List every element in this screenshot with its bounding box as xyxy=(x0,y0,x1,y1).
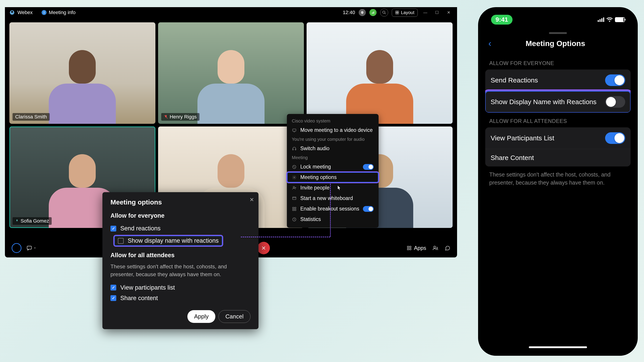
layout-button[interactable]: Layout xyxy=(392,8,418,17)
section-heading: Allow for everyone xyxy=(110,212,250,219)
muted-mic-icon xyxy=(164,115,168,119)
status-time: 9:41 xyxy=(491,15,512,24)
meeting-options-item[interactable]: Meeting options xyxy=(287,172,378,183)
leave-button[interactable] xyxy=(258,242,270,254)
share-content-row[interactable]: Share Content xyxy=(485,149,630,166)
checkbox-checked-icon: ✓ xyxy=(110,285,116,291)
lock-meeting-toggle[interactable] xyxy=(363,164,374,170)
show-display-name-row[interactable]: Show Display Name with Reactions xyxy=(485,91,630,113)
back-button[interactable]: ‹ xyxy=(488,38,491,48)
svg-point-32 xyxy=(434,246,436,248)
participant-name-badge: Henry Riggs xyxy=(161,113,200,121)
svg-rect-21 xyxy=(295,209,296,211)
maximize-button[interactable]: ☐ xyxy=(433,8,441,16)
show-display-name-row: Show display name with reactions xyxy=(110,234,250,248)
mobile-screen: 9:41 ‹ Meeting Options ALLOW FOR EVERYON… xyxy=(482,11,634,352)
network-icon[interactable] xyxy=(370,9,376,16)
apps-icon xyxy=(407,246,412,251)
svg-point-3 xyxy=(382,11,385,13)
participant-tile[interactable] xyxy=(306,22,452,124)
dialog-close-button[interactable]: ✕ xyxy=(250,197,254,203)
participant-name-badge: Sofia Gomez xyxy=(12,217,52,225)
lock-icon xyxy=(292,164,297,169)
cellular-signal-icon xyxy=(598,17,604,22)
svg-rect-12 xyxy=(295,149,296,150)
svg-rect-1 xyxy=(373,12,373,14)
breakout-item[interactable]: Enable breakout sessions xyxy=(287,204,378,214)
minimize-button[interactable]: — xyxy=(421,8,429,16)
apply-button[interactable]: Apply xyxy=(188,310,215,323)
section-caption: These settings don't affect the host, co… xyxy=(482,166,634,191)
whiteboard-item[interactable]: Start a new whiteboard xyxy=(287,193,378,204)
invite-people-item[interactable]: Invite people xyxy=(287,183,378,193)
svg-rect-7 xyxy=(396,13,397,14)
section-header: ALLOW FOR EVERYONE xyxy=(482,55,634,69)
security-icon[interactable] xyxy=(359,9,366,16)
move-to-device-item[interactable]: Move meeting to a video device xyxy=(287,125,378,135)
show-display-name-checkbox-row[interactable]: Show display name with reactions xyxy=(114,236,222,246)
checkbox-checked-icon: ✓ xyxy=(110,226,116,232)
participant-tile[interactable]: Clarissa Smith xyxy=(10,22,156,124)
svg-rect-28 xyxy=(408,246,409,248)
meeting-info-button[interactable]: i Meeting info xyxy=(42,9,76,15)
chat-button[interactable] xyxy=(26,245,36,251)
status-bar: 9:41 xyxy=(482,11,634,28)
statistics-item[interactable]: Statistics xyxy=(287,214,378,225)
menu-note: You're using your computer for audio xyxy=(287,135,378,143)
grid-icon xyxy=(395,10,399,14)
show-display-name-toggle[interactable] xyxy=(605,96,625,108)
breakout-toggle[interactable] xyxy=(363,206,374,212)
more-options-menu: Cisco video system Move meeting to a vid… xyxy=(287,114,378,228)
breakout-icon xyxy=(292,206,297,211)
chevron-down-icon xyxy=(34,247,36,249)
checkbox-unchecked-icon xyxy=(118,238,124,244)
settings-list: View Participants List Share Content xyxy=(485,127,630,166)
send-reactions-checkbox-row[interactable]: ✓ Send reactions xyxy=(110,223,250,234)
view-participants-toggle[interactable] xyxy=(605,132,625,144)
settings-list: Send Reactions Show Display Name with Re… xyxy=(485,69,630,113)
view-participants-checkbox-row[interactable]: ✓ View participants list xyxy=(110,283,250,293)
lock-meeting-item[interactable]: Lock meeting xyxy=(287,162,378,172)
search-button[interactable] xyxy=(380,8,388,16)
svg-line-4 xyxy=(384,13,386,14)
participants-button[interactable] xyxy=(432,245,438,251)
svg-point-15 xyxy=(293,186,295,188)
menu-section-heading: Cisco video system xyxy=(287,117,378,125)
switch-audio-item[interactable]: Switch audio xyxy=(287,143,378,154)
send-reactions-row[interactable]: Send Reactions xyxy=(485,69,630,91)
section-heading: Allow for all attendees xyxy=(110,252,250,259)
close-button[interactable]: ✕ xyxy=(444,8,452,16)
participant-name-badge: Clarissa Smith xyxy=(12,113,50,121)
svg-rect-19 xyxy=(295,207,296,209)
home-indicator[interactable] xyxy=(529,346,587,348)
participant-tile[interactable]: Henry Riggs xyxy=(158,22,304,124)
clock: 12:40 xyxy=(343,9,355,15)
svg-rect-9 xyxy=(293,129,296,131)
svg-rect-0 xyxy=(372,13,372,14)
send-reactions-toggle[interactable] xyxy=(605,74,625,86)
battery-icon xyxy=(615,17,625,22)
cancel-button[interactable]: Cancel xyxy=(218,310,250,323)
whiteboard-icon xyxy=(292,196,297,201)
section-subtitle: These settings don't affect the host, co… xyxy=(110,263,250,278)
sheet-grabber[interactable] xyxy=(549,32,567,34)
svg-rect-20 xyxy=(293,209,294,211)
apps-button[interactable]: Apps xyxy=(407,245,426,251)
share-content-checkbox-row[interactable]: ✓ Share content xyxy=(110,293,250,304)
mobile-title: Meeting Options xyxy=(491,39,620,48)
view-participants-row[interactable]: View Participants List xyxy=(485,127,630,149)
layout-label: Layout xyxy=(401,10,414,15)
invite-icon xyxy=(292,185,297,190)
stats-icon xyxy=(292,217,297,222)
svg-rect-31 xyxy=(410,249,411,250)
svg-rect-2 xyxy=(374,11,374,14)
webex-logo-icon xyxy=(10,10,15,15)
svg-rect-11 xyxy=(293,149,294,150)
panel-chat-button[interactable] xyxy=(444,245,450,251)
checkbox-checked-icon: ✓ xyxy=(110,295,116,301)
mobile-device-frame: 9:41 ‹ Meeting Options ALLOW FOR EVERYON… xyxy=(478,7,638,356)
self-view[interactable] xyxy=(12,243,22,253)
chat-icon xyxy=(26,245,32,251)
titlebar: Webex i Meeting info 12:40 Layout — ☐ ✕ xyxy=(5,7,457,18)
app-brand: Webex xyxy=(10,9,33,15)
